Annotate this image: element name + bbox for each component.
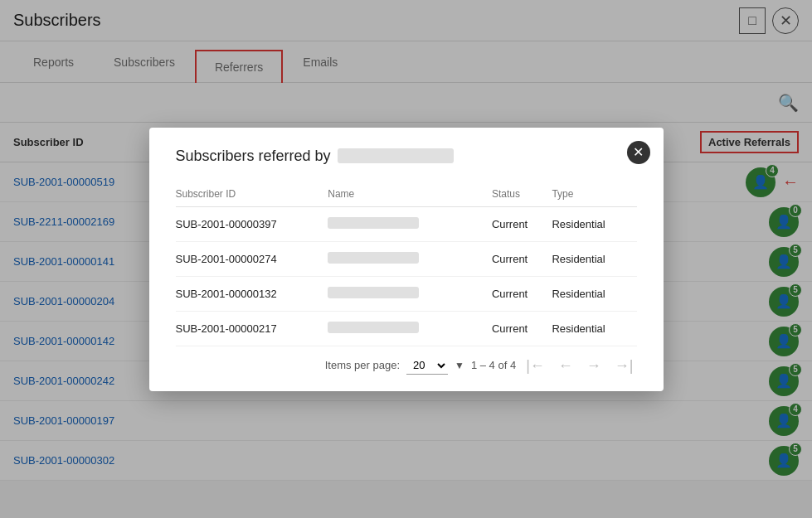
modal-table-row: SUB-2001-00000132 Current Residential: [176, 276, 637, 311]
modal-title: Subscribers referred by: [176, 148, 637, 165]
modal-type: Residential: [552, 276, 636, 311]
last-page-button[interactable]: →|: [611, 358, 637, 373]
page-info: 1 – 4 of 4: [471, 359, 516, 371]
modal-name: [328, 276, 492, 311]
modal-col-status: Status: [492, 182, 552, 207]
prev-page-button[interactable]: ←: [555, 358, 576, 373]
modal-sub-id: SUB-2001-00000132: [176, 276, 328, 311]
first-page-button[interactable]: |←: [523, 358, 548, 373]
next-page-button[interactable]: →: [583, 358, 605, 373]
modal-type: Residential: [552, 206, 636, 241]
modal-close-button[interactable]: ✕: [627, 141, 650, 164]
chevron-down-icon: ▼: [455, 360, 464, 371]
modal-status: Current: [492, 241, 552, 276]
modal-name: [328, 241, 492, 276]
modal-col-sub-id: Subscriber ID: [176, 182, 328, 207]
modal-pagination: Items per page: 20 50 100 ▼ 1 – 4 of 4 |…: [176, 346, 637, 378]
modal-table-row: SUB-2001-00000397 Current Residential: [176, 206, 637, 241]
items-per-page-label: Items per page:: [325, 359, 400, 371]
modal-table: Subscriber ID Name Status Type SUB-2001-…: [176, 182, 637, 346]
modal-sub-id: SUB-2001-00000217: [176, 311, 328, 346]
modal-table-row: SUB-2001-00000217 Current Residential: [176, 311, 637, 346]
modal-name: [328, 311, 492, 346]
modal-sub-id: SUB-2001-00000397: [176, 206, 328, 241]
modal-status: Current: [492, 311, 552, 346]
modal-name: [328, 206, 492, 241]
modal-title-name-blur: [338, 148, 454, 163]
modal-overlay[interactable]: ✕ Subscribers referred by Subscriber ID …: [0, 0, 812, 518]
modal-type: Residential: [552, 241, 636, 276]
modal-col-type: Type: [552, 182, 636, 207]
modal-col-name: Name: [328, 182, 492, 207]
items-per-page-select[interactable]: 20 50 100: [406, 356, 448, 375]
modal-sub-id: SUB-2001-00000274: [176, 241, 328, 276]
modal-status: Current: [492, 276, 552, 311]
modal-status: Current: [492, 206, 552, 241]
modal-type: Residential: [552, 311, 636, 346]
modal-table-row: SUB-2001-00000274 Current Residential: [176, 241, 637, 276]
modal-dialog: ✕ Subscribers referred by Subscriber ID …: [149, 128, 664, 391]
